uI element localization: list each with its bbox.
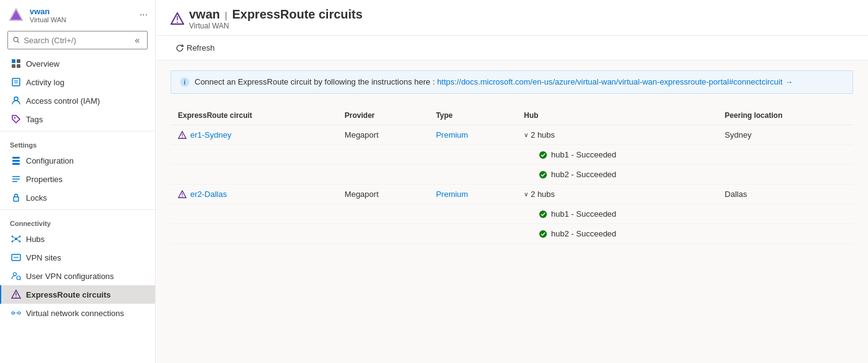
- sidebar-item-label: Tags: [26, 115, 43, 124]
- svg-point-50: [539, 170, 547, 178]
- svg-rect-6: [17, 59, 20, 63]
- page-subtitle: ExpressRoute circuits: [232, 7, 363, 22]
- svg-line-4: [17, 41, 19, 43]
- tag-icon: [11, 114, 21, 124]
- resource-type: Virtual WAN: [30, 16, 66, 23]
- hub-status: hub2 - Succeeded: [524, 229, 710, 238]
- peering-cell: Dallas: [717, 185, 853, 204]
- sidebar-item-vpn-sites[interactable]: VPN sites: [0, 248, 155, 267]
- sidebar-item-iam[interactable]: Access control (IAM): [0, 91, 155, 110]
- page-title: vwan: [189, 7, 220, 22]
- col-provider: Provider: [337, 106, 429, 125]
- hub-status-cell: hub2 - Succeeded: [516, 224, 717, 244]
- sidebar-item-label: Virtual network connections: [26, 309, 124, 318]
- sidebar-item-activity-log[interactable]: Activity log: [0, 73, 155, 91]
- svg-point-12: [14, 97, 18, 101]
- hub-sub-row: hub1 - Succeeded: [171, 204, 853, 224]
- hub-sub-row: hub1 - Succeeded: [171, 145, 853, 165]
- hub-status-cell: hub1 - Succeeded: [516, 204, 717, 224]
- more-options-icon[interactable]: ···: [140, 9, 148, 20]
- type-cell: Premium: [429, 185, 516, 204]
- hub-sub-empty-2: [337, 204, 429, 224]
- circuit-icon: [178, 190, 187, 199]
- success-icon: [539, 230, 547, 238]
- sidebar-item-locks[interactable]: Locks: [0, 188, 155, 207]
- svg-point-13: [14, 117, 15, 119]
- circuit-link[interactable]: er1-Sydney: [178, 130, 330, 140]
- sidebar-item-label: Overview: [26, 59, 59, 69]
- sidebar-item-overview[interactable]: Overview: [0, 54, 155, 73]
- hub-sub-empty-1: [171, 165, 337, 185]
- search-input[interactable]: [23, 36, 129, 45]
- svg-point-39: [18, 312, 20, 314]
- sidebar-item-configuration[interactable]: Configuration: [0, 151, 155, 170]
- hub-sub-row: hub2 - Succeeded: [171, 224, 853, 244]
- sidebar-title-block: vwan Virtual WAN: [30, 7, 66, 23]
- info-banner: i Connect an ExpressRoute circuit by fol…: [171, 70, 853, 94]
- page-title-row: vwan | ExpressRoute circuits Virtual WAN: [171, 7, 853, 30]
- svg-line-29: [16, 239, 20, 241]
- hub-sub-empty-3: [429, 165, 516, 185]
- hub-sub-empty-2: [337, 165, 429, 185]
- hub-status: hub1 - Succeeded: [524, 209, 710, 219]
- hub-sub-empty-4: [717, 145, 853, 165]
- circuit-link[interactable]: er2-Dallas: [178, 190, 330, 199]
- sidebar-item-user-vpn[interactable]: User VPN configurations: [0, 267, 155, 285]
- col-type: Type: [429, 106, 516, 125]
- sidebar-item-expressroute[interactable]: ExpressRoute circuits: [0, 285, 155, 304]
- sidebar-item-tags[interactable]: Tags: [0, 110, 155, 128]
- peering-cell: Sydney: [717, 125, 853, 145]
- iam-icon: [11, 96, 21, 106]
- page-header: vwan | ExpressRoute circuits Virtual WAN: [156, 0, 868, 36]
- section-settings: Settings: [0, 134, 155, 151]
- sidebar-item-label: User VPN configurations: [26, 272, 114, 281]
- svg-point-54: [539, 210, 547, 217]
- svg-line-28: [12, 239, 16, 241]
- refresh-button[interactable]: Refresh: [171, 41, 220, 55]
- activity-log-icon: [11, 77, 21, 87]
- config-icon: [11, 156, 21, 165]
- svg-text:i: i: [184, 79, 186, 86]
- circuit-cell: er2-Dallas: [171, 185, 337, 204]
- page-title-icon: [171, 12, 184, 26]
- connectivity-nav: Hubs VPN sites User VPN configurations E…: [0, 230, 155, 322]
- collapse-sidebar-button[interactable]: «: [132, 34, 142, 46]
- search-box[interactable]: «: [7, 31, 148, 49]
- sidebar-item-label: Locks: [26, 193, 47, 202]
- sidebar-item-label: Activity log: [26, 78, 64, 87]
- sidebar-item-label: VPN sites: [26, 253, 61, 262]
- app-icon: [7, 6, 25, 23]
- svg-point-3: [14, 37, 18, 41]
- hub-status: hub2 - Succeeded: [524, 170, 710, 179]
- sidebar-item-properties[interactable]: Properties: [0, 170, 155, 188]
- divider-1: [0, 131, 155, 131]
- hub-sub-empty-3: [429, 145, 516, 165]
- svg-line-27: [16, 236, 20, 239]
- svg-point-49: [539, 151, 547, 158]
- circuit-cell: er1-Sydney: [171, 125, 337, 145]
- hub-expand[interactable]: ∨ 2 hubs: [524, 130, 710, 140]
- type-badge: Premium: [436, 190, 468, 199]
- top-nav: Overview Activity log Access control (IA…: [0, 54, 155, 128]
- sidebar-item-vnet-connections[interactable]: Virtual network connections: [0, 304, 155, 322]
- hub-sub-empty-2: [337, 224, 429, 244]
- sidebar-item-label: Access control (IAM): [26, 96, 100, 106]
- type-cell: Premium: [429, 125, 516, 145]
- sidebar-item-label: Properties: [26, 175, 62, 184]
- banner-link[interactable]: https://docs.microsoft.com/en-us/azure/v…: [437, 77, 782, 86]
- hub-expand[interactable]: ∨ 2 hubs: [524, 190, 710, 199]
- hub-sub-empty-4: [717, 224, 853, 244]
- chevron-down-icon: ∨: [524, 191, 528, 198]
- svg-rect-14: [12, 157, 20, 159]
- table-row: er2-Dallas Megaport Premium ∨ 2 hubs Dal…: [171, 185, 853, 204]
- sidebar-header: vwan Virtual WAN ···: [0, 0, 155, 27]
- hub-sub-empty-4: [717, 204, 853, 224]
- sidebar: vwan Virtual WAN ··· « Overview Activity…: [0, 0, 156, 363]
- refresh-icon: [175, 44, 184, 52]
- svg-point-55: [539, 230, 547, 237]
- svg-rect-9: [12, 78, 20, 86]
- main-content: vwan | ExpressRoute circuits Virtual WAN…: [156, 0, 868, 363]
- sidebar-item-hubs[interactable]: Hubs: [0, 230, 155, 248]
- svg-rect-7: [12, 64, 15, 68]
- resource-type-label: Virtual WAN: [189, 22, 363, 30]
